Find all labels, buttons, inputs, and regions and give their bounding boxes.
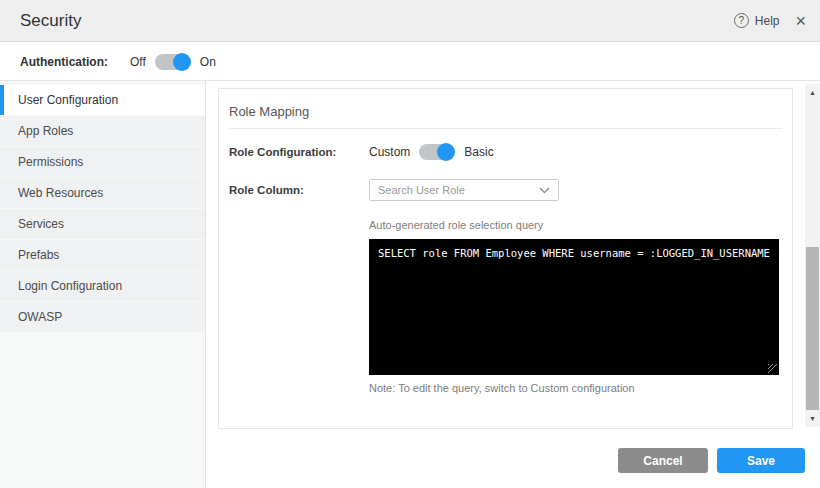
chevron-down-icon	[539, 187, 550, 194]
authentication-toggle-knob	[173, 53, 191, 71]
role-column-select[interactable]: Search User Role	[369, 179, 559, 201]
query-caption: Auto-generated role selection query	[369, 219, 782, 231]
authentication-off-label: Off	[130, 55, 146, 69]
sidebar: User Configuration App Roles Permissions…	[0, 81, 206, 488]
scroll-down-icon[interactable]: ▼	[805, 415, 820, 422]
sidebar-item-user-configuration[interactable]: User Configuration	[0, 85, 205, 115]
save-button[interactable]: Save	[717, 448, 805, 473]
sidebar-item-services[interactable]: Services	[0, 209, 205, 239]
close-icon[interactable]: ×	[795, 12, 806, 30]
authentication-on-label: On	[200, 55, 216, 69]
security-window: Security ? Help × Authentication: Off On…	[0, 0, 820, 488]
sidebar-item-login-configuration[interactable]: Login Configuration	[0, 271, 205, 301]
role-column-label: Role Column:	[229, 184, 369, 196]
header: Security ? Help ×	[0, 0, 820, 42]
resize-handle-icon[interactable]	[768, 364, 778, 374]
help-icon: ?	[734, 13, 749, 28]
scrollbar-thumb[interactable]	[806, 247, 819, 410]
cancel-button[interactable]: Cancel	[618, 448, 708, 473]
help-button[interactable]: ? Help	[734, 13, 780, 28]
role-column-row: Role Column: Search User Role	[229, 179, 782, 201]
sidebar-item-owasp[interactable]: OWASP	[0, 302, 205, 332]
role-column-placeholder: Search User Role	[378, 184, 465, 196]
authentication-label: Authentication:	[20, 55, 108, 69]
panel-divider	[229, 128, 782, 129]
sidebar-item-app-roles[interactable]: App Roles	[0, 116, 205, 146]
sidebar-item-web-resources[interactable]: Web Resources	[0, 178, 205, 208]
sidebar-item-permissions[interactable]: Permissions	[0, 147, 205, 177]
role-configuration-label: Role Configuration:	[229, 146, 369, 158]
header-actions: ? Help ×	[734, 12, 806, 30]
custom-option-label[interactable]: Custom	[369, 145, 410, 159]
role-configuration-toggle-knob	[437, 143, 455, 161]
scrollbar[interactable]: ▲ ▼	[805, 84, 820, 427]
panel-title: Role Mapping	[229, 104, 782, 119]
role-mapping-panel: Role Mapping Role Configuration: Custom …	[218, 88, 793, 429]
query-note: Note: To edit the query, switch to Custo…	[369, 382, 782, 394]
query-text: SELECT role FROM Employee WHERE username…	[369, 239, 779, 267]
sidebar-item-prefabs[interactable]: Prefabs	[0, 240, 205, 270]
role-configuration-toggle[interactable]	[419, 144, 453, 160]
basic-option-label[interactable]: Basic	[464, 145, 493, 159]
scroll-up-icon[interactable]: ▲	[805, 89, 820, 96]
role-configuration-row: Role Configuration: Custom Basic	[229, 144, 782, 160]
query-textarea[interactable]: SELECT role FROM Employee WHERE username…	[369, 239, 779, 375]
authentication-toggle[interactable]	[155, 54, 189, 70]
page-title: Security	[20, 11, 81, 31]
authentication-bar: Authentication: Off On	[0, 43, 820, 81]
help-label: Help	[755, 14, 780, 28]
